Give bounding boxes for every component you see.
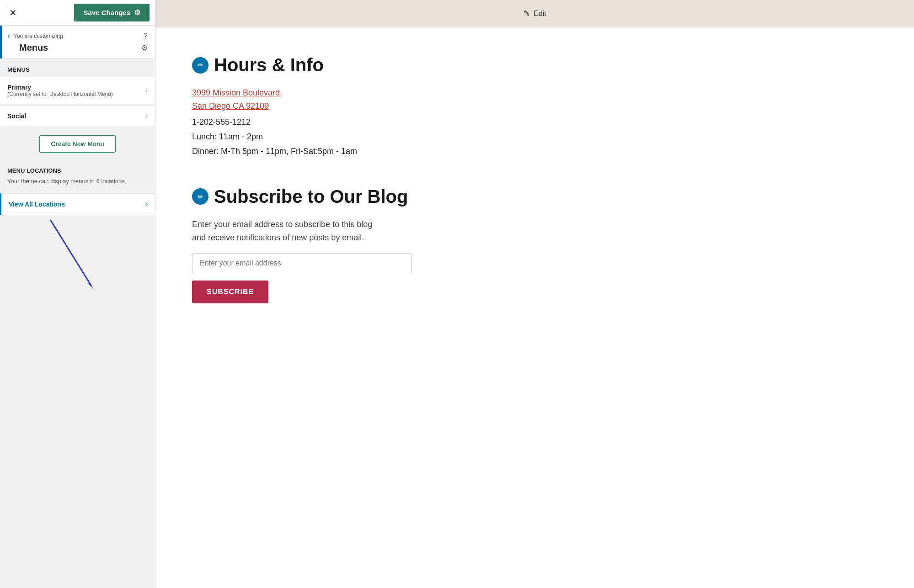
- main-content: ✎ Edit ✏ Hours & Info 3999 Mission Boule…: [155, 0, 914, 588]
- back-button[interactable]: ‹: [7, 31, 10, 41]
- menu-locations-section: Menu Locations Your theme can display me…: [0, 160, 155, 190]
- subscribe-button[interactable]: SUBSCRIBE: [192, 281, 268, 303]
- customizing-label: You are customizing: [14, 33, 144, 39]
- subscribe-heading: ✏ Subscribe to Our Blog: [192, 186, 530, 207]
- hours-section-icon: ✏: [192, 57, 208, 74]
- edit-bar: ✎ Edit: [155, 0, 914, 27]
- save-changes-button[interactable]: Save Changes ⚙: [74, 4, 150, 21]
- view-all-locations-label: View All Locations: [9, 201, 65, 208]
- svg-marker-1: [87, 283, 96, 291]
- settings-icon[interactable]: ⚙: [141, 43, 148, 52]
- back-icon: ‹: [7, 31, 10, 40]
- address-line1: 3999 Mission Boulevard,: [192, 88, 282, 97]
- customizing-title: Menus: [19, 42, 48, 53]
- sidebar: ✕ Save Changes ⚙ ‹ You are customizing ?…: [0, 0, 155, 588]
- hours-icon-glyph: ✏: [198, 61, 203, 69]
- sidebar-topbar: ✕ Save Changes ⚙: [0, 0, 155, 26]
- address-line2: San Diego CA 92109: [192, 101, 269, 111]
- hours-info-section: ✏ Hours & Info 3999 Mission Boulevard, S…: [192, 55, 530, 159]
- subscribe-icon-glyph: ✏: [198, 192, 203, 201]
- edit-pencil-icon: ✎: [523, 9, 530, 19]
- address-link[interactable]: 3999 Mission Boulevard, San Diego CA 921…: [192, 86, 530, 113]
- primary-menu-subtitle: (Currently set to: Desktop Horizontal Me…: [7, 91, 113, 97]
- menu-locations-description: Your theme can display menus in 6 locati…: [7, 177, 148, 186]
- primary-menu-item[interactable]: Primary (Currently set to: Desktop Horiz…: [0, 77, 155, 104]
- dinner-hours: Dinner: M-Th 5pm - 11pm, Fri-Sat:5pm - 1…: [192, 144, 530, 159]
- create-new-menu-button[interactable]: Create New Menu: [39, 135, 116, 153]
- edit-label: Edit: [534, 10, 546, 18]
- view-all-chevron-icon: ›: [145, 200, 148, 208]
- hours-heading: ✏ Hours & Info: [192, 55, 530, 75]
- save-changes-label: Save Changes: [83, 9, 130, 16]
- page-content: ✏ Hours & Info 3999 Mission Boulevard, S…: [155, 27, 567, 358]
- phone-number: 1-202-555-1212: [192, 115, 530, 129]
- close-icon: ✕: [9, 8, 17, 18]
- social-chevron-icon: ›: [145, 112, 148, 120]
- subscribe-description: Enter your email address to subscribe to…: [192, 218, 430, 244]
- subscribe-title: Subscribe to Our Blog: [214, 186, 408, 207]
- lunch-hours: Lunch: 11am - 2pm: [192, 129, 530, 144]
- view-all-locations-item[interactable]: View All Locations ›: [0, 193, 155, 215]
- active-indicator: [0, 26, 2, 58]
- subscribe-section: ✏ Subscribe to Our Blog Enter your email…: [192, 186, 530, 304]
- customizing-header: ‹ You are customizing ? Menus ⚙: [0, 26, 155, 59]
- social-menu-item[interactable]: Social ›: [0, 105, 155, 127]
- help-icon[interactable]: ?: [144, 32, 148, 40]
- subscribe-section-icon: ✏: [192, 188, 208, 205]
- primary-menu-title: Primary: [7, 84, 113, 91]
- hours-title: Hours & Info: [214, 55, 324, 75]
- save-gear-icon: ⚙: [134, 8, 140, 17]
- menus-section-title: Menus: [0, 59, 155, 77]
- svg-line-0: [50, 220, 91, 286]
- edit-button[interactable]: ✎ Edit: [523, 9, 546, 19]
- menu-locations-title: Menu Locations: [7, 167, 148, 174]
- email-input[interactable]: [192, 253, 412, 273]
- social-menu-title: Social: [7, 112, 26, 120]
- arrow-annotation: [0, 215, 155, 307]
- primary-chevron-icon: ›: [145, 86, 148, 95]
- close-button[interactable]: ✕: [5, 5, 21, 20]
